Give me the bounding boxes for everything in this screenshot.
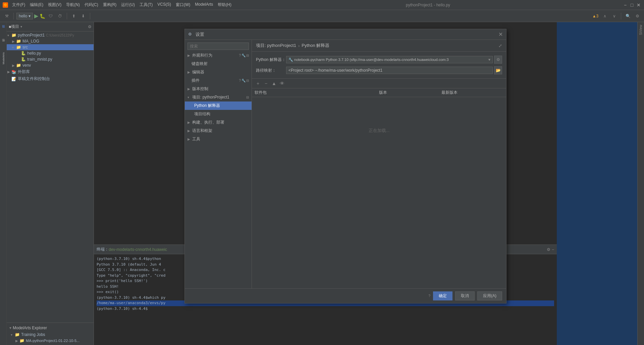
settings-search-input[interactable] bbox=[187, 43, 249, 50]
modelarts-explorer-label: ModelArts Explorer bbox=[13, 326, 47, 330]
toolbar-build[interactable]: ⚒ bbox=[3, 12, 11, 20]
menu-navigate[interactable]: 导航(N) bbox=[64, 1, 82, 8]
tree-item-root[interactable]: ▾ 📁 pythonProject1 C:\Users\25122\Py bbox=[7, 32, 94, 38]
tree-item-hello[interactable]: ▶ 🐍 hello.py bbox=[7, 50, 94, 56]
nav-project-structure[interactable]: 项目结构 bbox=[185, 110, 252, 118]
terminal-server: dev-modelarts-cnnorth4.huaweic bbox=[109, 247, 167, 252]
run-button[interactable]: ▶ bbox=[34, 13, 38, 19]
upgrade-package-button[interactable]: ▲ bbox=[271, 80, 277, 87]
tree-item-src[interactable]: ▾ 📁 src bbox=[7, 44, 94, 50]
right-tab-event-log[interactable] bbox=[640, 340, 642, 345]
tree-item-scratch[interactable]: ▶ 📝 草稿文件和控制台 bbox=[7, 75, 94, 82]
settings-button[interactable]: ⚙ bbox=[633, 12, 641, 20]
expand-icon[interactable]: ⤢ bbox=[498, 43, 502, 48]
show-paths-button[interactable]: 👁 bbox=[279, 80, 285, 87]
select-arrow-icon: ▾ bbox=[488, 57, 490, 62]
tree-item-venv[interactable]: ▶ 📁 venv bbox=[7, 62, 94, 68]
terminal-settings-icon[interactable]: ⚙ bbox=[547, 247, 550, 252]
tree-item-malog[interactable]: ▶ 📁 MA_LOG bbox=[7, 38, 94, 44]
nav-editor[interactable]: ▶ 编辑器 bbox=[185, 68, 252, 76]
toolbar-vcs[interactable]: ⬆ bbox=[70, 12, 78, 20]
nav-languages[interactable]: ▶ 语言和框架 bbox=[185, 127, 252, 135]
nav-plugins[interactable]: 插件 ? 🔧 ⊟ bbox=[185, 76, 252, 85]
settings-dialog: ⚙ 设置 ✕ ▶ 外观和行为 ? 🔧 bbox=[184, 29, 506, 303]
menu-help[interactable]: 帮助(H) bbox=[216, 1, 233, 8]
menu-vcs[interactable]: VCS(S) bbox=[155, 1, 173, 8]
toolbar-profile[interactable]: ⏱ bbox=[56, 12, 64, 20]
nav-build[interactable]: ▶ 构建、执行、部署 bbox=[185, 118, 252, 127]
breadcrumb-interpreter: Python 解释器 bbox=[302, 43, 329, 49]
modelarts-tab[interactable]: ModelArts bbox=[0, 52, 6, 65]
toolbar-down[interactable]: ∨ bbox=[610, 12, 618, 20]
menu-bar[interactable]: 文件(F) 编辑(E) 视图(V) 导航(N) 代码(C) 重构(R) 运行(U… bbox=[10, 1, 233, 8]
apply-button[interactable]: 应用(A) bbox=[477, 291, 502, 300]
project-panel-header: ■ 项目 ▾ ⚙ bbox=[7, 22, 94, 31]
left-panel: ■ 项目 ▾ ⚙ ▾ 📁 pythonProject1 C:\Users\251… bbox=[7, 22, 94, 345]
toolbar-up[interactable]: ∧ bbox=[601, 12, 609, 20]
tree-item-external[interactable]: ▶ 📚 外部库 bbox=[7, 68, 94, 75]
path-browse-button[interactable]: 📂 bbox=[494, 66, 502, 74]
menu-view[interactable]: 视图(V) bbox=[46, 1, 63, 8]
add-package-button[interactable]: + bbox=[255, 80, 261, 87]
toolbar-vcs2[interactable]: ⬇ bbox=[79, 12, 87, 20]
top-toolbar: ⚒ hello ▾ ▶ 🐛 🛡 ⏱ ⬆ ⬇ ▲3 ∧ ∨ 🔍 ⚙ bbox=[0, 10, 644, 22]
interpreter-label: Python 解释器： bbox=[256, 57, 286, 63]
close-button[interactable]: ✕ bbox=[636, 2, 641, 8]
terminal-label: 终端： bbox=[97, 247, 109, 252]
package-toolbar: + − ▲ 👁 bbox=[252, 79, 506, 88]
nav-vcs[interactable]: ▶ 版本控制 bbox=[185, 85, 252, 93]
interpreter-gear-button[interactable]: ⚙ bbox=[494, 56, 502, 64]
cancel-button[interactable]: 取消 bbox=[455, 291, 475, 300]
nav-appearance[interactable]: ▶ 外观和行为 ? 🔧 ⊟ bbox=[185, 51, 252, 60]
col-header-name: 软件包 bbox=[255, 90, 379, 95]
settings-breadcrumb: 项目: pythonProject1 › Python 解释器 ⤢ bbox=[252, 40, 506, 52]
ok-button[interactable]: 确定 bbox=[433, 291, 452, 300]
panel-gear-icon[interactable]: ⚙ bbox=[88, 24, 92, 29]
menu-file[interactable]: 文件(F) bbox=[10, 1, 27, 8]
path-input[interactable] bbox=[286, 67, 493, 74]
menu-edit[interactable]: 编辑(E) bbox=[28, 1, 45, 8]
search-button[interactable]: 🔍 bbox=[624, 12, 632, 20]
interpreter-select[interactable]: 🔧 notebook-pycharm Python 3.7.10 (sftp:/… bbox=[286, 56, 493, 63]
menu-window[interactable]: 窗口(W) bbox=[174, 1, 192, 8]
bookmarks-tab[interactable]: 书签 bbox=[0, 38, 6, 51]
debug-button[interactable]: 🐛 bbox=[40, 13, 45, 19]
terminal-minimize-icon[interactable]: − bbox=[552, 247, 554, 252]
separator bbox=[13, 13, 14, 19]
nav-keymap[interactable]: 键盘映射 bbox=[185, 60, 252, 68]
settings-nav: ▶ 外观和行为 ? 🔧 ⊟ 键盘映射 ▶ 编辑器 bbox=[185, 40, 252, 288]
run-config-label: hello bbox=[19, 14, 27, 18]
tree-item-train[interactable]: ▶ 🐍 train_mnist.py bbox=[7, 56, 94, 62]
menu-tools[interactable]: 工具(T) bbox=[138, 1, 155, 8]
maximize-button[interactable]: □ bbox=[629, 2, 635, 8]
nav-project[interactable]: ▾ 项目: pythonProject1 ⊟ bbox=[185, 93, 252, 101]
project-tab[interactable]: 项目 bbox=[0, 23, 6, 37]
menu-refactor[interactable]: 重构(R) bbox=[101, 1, 119, 8]
menu-run[interactable]: 运行(U) bbox=[119, 1, 137, 8]
toolbar-coverage[interactable]: 🛡 bbox=[47, 12, 55, 20]
right-tab-siv[interactable]: SiView bbox=[638, 22, 643, 38]
settings-dialog-close[interactable]: ✕ bbox=[498, 31, 503, 38]
interpreter-row: Python 解释器： 🔧 notebook-pycharm Python 3.… bbox=[256, 56, 502, 64]
project-label: 项目 bbox=[11, 24, 19, 29]
training-job-instance[interactable]: ▶ 📁 MA-pythonProject1-01-22-10-5... bbox=[7, 338, 94, 344]
run-config-selector[interactable]: hello ▾ bbox=[16, 13, 33, 19]
menu-code[interactable]: 代码(C) bbox=[83, 1, 100, 8]
nav-python-interpreter[interactable]: Python 解释器 bbox=[185, 101, 252, 110]
training-jobs-item[interactable]: ▾ 📁 Training Jobs bbox=[7, 332, 94, 338]
window-controls[interactable]: − □ ✕ bbox=[623, 2, 641, 8]
warnings-icon[interactable]: ▲3 bbox=[591, 12, 599, 20]
package-table: 软件包 版本 最新版本 正在加载... bbox=[252, 88, 506, 288]
help-icon[interactable]: ? bbox=[428, 294, 430, 298]
right-tabs: SiView bbox=[637, 22, 644, 345]
remove-package-button[interactable]: − bbox=[263, 80, 269, 87]
menu-modelarts[interactable]: ModelArts bbox=[193, 1, 215, 8]
far-left-toolbar: 项目 书签 ModelArts bbox=[0, 22, 7, 345]
terminal-line-9: (python-3.7.10) sh-4.4$ bbox=[97, 306, 554, 312]
run-config-arrow: ▾ bbox=[29, 14, 31, 18]
nav-tools[interactable]: ▶ 工具 bbox=[185, 135, 252, 143]
modelarts-explorer-header[interactable]: ▾ ModelArts Explorer bbox=[7, 324, 94, 332]
minimize-button[interactable]: − bbox=[623, 2, 628, 8]
dialog-content: ▶ 外观和行为 ? 🔧 ⊟ 键盘映射 ▶ 编辑器 bbox=[185, 40, 506, 288]
settings-dialog-icon: ⚙ bbox=[188, 32, 194, 37]
